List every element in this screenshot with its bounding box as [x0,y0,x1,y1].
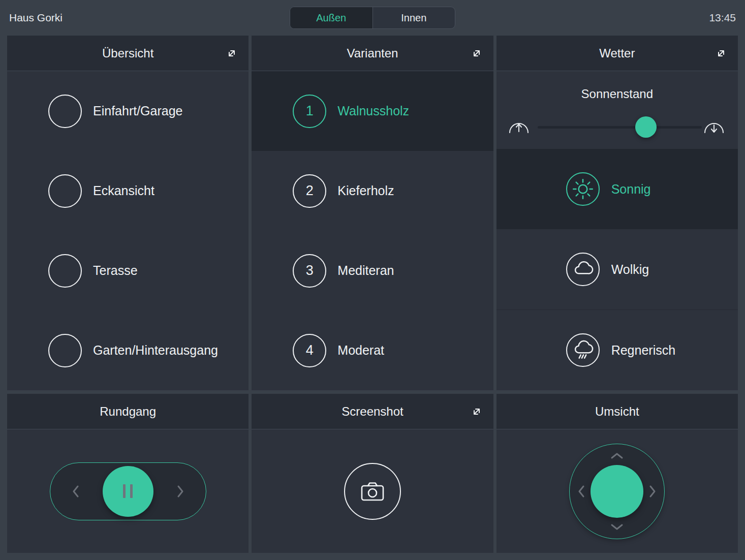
pause-icon [123,484,126,498]
panel-wetter-title: Wetter [599,46,635,60]
weather-option-label: Sonnig [611,182,651,197]
panel-wetter-header: Wetter [496,36,738,71]
camera-view-item[interactable]: Terasse [7,231,249,310]
panel-rundgang: Rundgang [7,394,249,553]
camera-view-label: Eckansicht [93,183,154,198]
panel-uebersicht-title: Übersicht [102,46,153,60]
look-down-button[interactable] [608,521,626,533]
camera-view-label: Terasse [93,263,138,278]
variant-item[interactable]: 1 Walnussholz [252,71,493,151]
empty-circle-icon [48,174,82,208]
number-badge: 3 [293,254,326,288]
panel-umsicht-title: Umsicht [595,405,639,419]
variant-item[interactable]: 4 Moderat [252,310,493,390]
expand-icon [715,47,728,60]
camera-view-item[interactable]: Eckansicht [7,151,249,231]
number-badge: 4 [293,334,326,367]
panel-umsicht: Umsicht [496,394,738,553]
top-bar: Haus Gorki Außen Innen 13:45 [0,0,745,36]
pause-button[interactable] [103,466,153,517]
capture-button[interactable] [344,463,401,520]
weather-option-label: Wolkig [611,262,649,277]
weather-option-wolkig[interactable]: Wolkig [496,229,738,309]
empty-circle-icon [48,254,82,288]
panel-screenshot-title: Screenshot [342,405,403,419]
camera-icon [359,480,386,503]
rundgang-body [7,429,249,553]
variant-item[interactable]: 2 Kieferholz [252,151,493,231]
camera-view-item[interactable]: Einfahrt/Garage [7,71,249,151]
app-title: Haus Gorki [9,12,63,24]
sun-slider-track[interactable] [538,126,702,129]
panel-uebersicht-header: Übersicht [7,36,249,71]
chevron-left-icon [71,483,81,500]
expand-icon [470,405,483,418]
panel-wetter: Wetter Sonnenstand [496,36,738,390]
varianten-list: 1 Walnussholz 2 Kieferholz 3 Mediteran 4… [252,71,493,390]
look-left-button[interactable] [576,482,587,501]
variant-label: Moderat [337,343,384,358]
panel-varianten-header: Varianten [252,36,493,71]
empty-circle-icon [48,95,82,128]
panel-uebersicht: Übersicht Einfahrt/Garage Eckansicht [7,36,249,390]
pause-icon [130,484,133,498]
empty-circle-icon [48,334,82,367]
panel-umsicht-header: Umsicht [496,394,738,429]
chevron-right-icon [648,483,657,500]
expand-icon [470,47,483,60]
rain-cloud-icon [566,333,600,367]
variant-label: Kieferholz [337,183,394,198]
chevron-down-icon [609,522,625,532]
look-center-button[interactable] [591,465,643,518]
chevron-up-icon [609,451,625,460]
cloud-icon [566,253,600,286]
sonnenstand-label: Sonnenstand [496,87,738,101]
wetter-body: Sonnenstand [496,71,738,390]
variant-label: Walnussholz [337,104,409,118]
clock: 13:45 [709,12,736,24]
look-right-button[interactable] [647,482,658,501]
screenshot-expand-button[interactable] [468,403,485,420]
camera-view-label: Einfahrt/Garage [93,104,183,118]
look-up-button[interactable] [608,450,626,461]
variant-item[interactable]: 3 Mediteran [252,231,493,310]
sonnenstand-section: Sonnenstand [496,71,738,149]
expand-icon [225,47,238,60]
uebersicht-list: Einfahrt/Garage Eckansicht Terasse Garte… [7,71,249,390]
camera-view-item[interactable]: Garten/Hinterausgang [7,310,249,390]
weather-option-label: Regnerisch [611,343,675,358]
previous-button[interactable] [69,481,83,502]
chevron-right-icon [175,483,185,500]
panel-rundgang-title: Rundgang [100,405,156,419]
panel-varianten-title: Varianten [347,46,398,60]
weather-option-sonnig[interactable]: Sonnig [496,149,738,229]
aussen-innen-switch: Außen Innen [290,7,455,29]
sunrise-icon [508,116,530,138]
dashboard-grid: Übersicht Einfahrt/Garage Eckansicht [7,36,738,553]
tab-aussen[interactable]: Außen [290,7,372,28]
camera-view-label: Garten/Hinterausgang [93,343,218,358]
number-badge: 2 [293,174,326,208]
number-badge: 1 [293,95,326,128]
next-button[interactable] [173,481,188,502]
chevron-left-icon [577,483,586,500]
panel-screenshot-header: Screenshot [252,394,493,429]
tab-innen[interactable]: Innen [372,7,455,28]
sun-icon [566,172,600,206]
panel-screenshot: Screenshot [252,394,493,553]
tour-playback-control [50,462,206,520]
sunset-icon [703,116,725,138]
sun-slider-thumb[interactable] [635,116,657,138]
screenshot-body [252,429,493,553]
uebersicht-expand-button[interactable] [223,45,240,62]
varianten-expand-button[interactable] [468,45,485,62]
panel-varianten: Varianten 1 Walnussholz 2 Kieferholz 3 M [252,36,493,390]
panel-rundgang-header: Rundgang [7,394,249,429]
look-around-dpad [569,444,665,539]
variant-label: Mediteran [337,263,394,278]
umsicht-body [496,429,738,553]
wetter-expand-button[interactable] [712,45,730,62]
weather-option-regnerisch[interactable]: Regnerisch [496,309,738,390]
